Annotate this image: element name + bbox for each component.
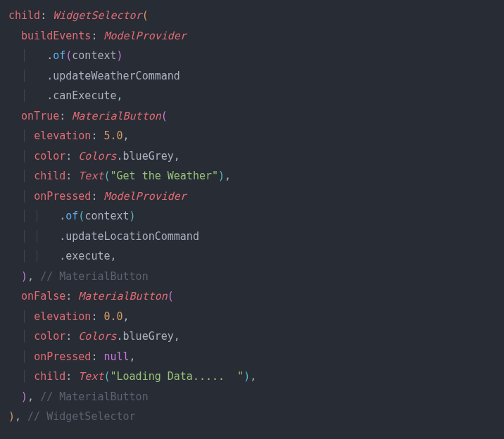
- type-name: ModelProvider: [103, 30, 186, 42]
- identifier: canExecute: [53, 89, 116, 102]
- type-name: Text: [78, 370, 103, 383]
- code-line: │ elevation: 0.0,: [8, 307, 496, 327]
- identifier: updateLocationCommand: [65, 230, 199, 243]
- code-line: │ child: Text("Loading Data..... "),: [8, 367, 496, 387]
- property-name: elevation: [34, 129, 91, 142]
- code-line: │ .updateWeatherCommand: [8, 66, 496, 87]
- property-name: elevation: [34, 310, 91, 323]
- comment: // MaterialButton: [40, 270, 149, 283]
- code-line: ), // MaterialButton: [8, 267, 496, 287]
- string-literal: "Get the Weather": [111, 170, 219, 182]
- code-line: │ color: Colors.blueGrey,: [8, 326, 496, 347]
- code-line: │ │ .updateLocationCommand: [8, 227, 496, 247]
- property-name: onFalse: [21, 290, 65, 303]
- type-name: Text: [78, 170, 103, 182]
- code-line: │ elevation: 5.0,: [8, 126, 496, 146]
- type-name: MaterialButton: [72, 110, 160, 122]
- number-literal: 5.0: [103, 129, 122, 142]
- code-line: onFalse: MaterialButton(: [8, 286, 496, 307]
- identifier: blueGrey: [123, 330, 174, 343]
- property-name: onPressed: [34, 350, 91, 363]
- code-line: │ onPressed: ModelProvider: [8, 186, 496, 207]
- code-editor[interactable]: child: WidgetSelector( buildEvents: Mode…: [8, 6, 496, 427]
- property-name: buildEvents: [21, 30, 91, 42]
- code-line: buildEvents: ModelProvider: [8, 26, 496, 46]
- property-name: child: [34, 170, 65, 182]
- type-name: MaterialButton: [78, 290, 167, 303]
- comment: // MaterialButton: [40, 390, 149, 403]
- code-line: │ │ .execute,: [8, 246, 496, 267]
- string-literal: "Loading Data..... ": [111, 370, 244, 383]
- code-line: │ onPressed: null,: [8, 347, 496, 367]
- keyword: null: [103, 350, 129, 363]
- property-name: onPressed: [34, 190, 91, 203]
- property-name: onTrue: [21, 110, 59, 122]
- property-name: color: [34, 330, 65, 343]
- code-line: child: WidgetSelector(: [8, 6, 496, 26]
- property-name: color: [34, 150, 65, 163]
- code-line: │ color: Colors.blueGrey,: [8, 146, 496, 167]
- number-literal: 0.0: [103, 310, 122, 323]
- code-line: ), // MaterialButton: [8, 387, 496, 407]
- code-line: onTrue: MaterialButton(: [8, 106, 496, 127]
- property-name: child: [8, 9, 40, 22]
- method-name: of: [53, 49, 65, 62]
- type-name: Colors: [78, 150, 116, 163]
- code-line: │ child: Text("Get the Weather"),: [8, 166, 496, 186]
- type-name: ModelProvider: [103, 190, 186, 203]
- comment: // WidgetSelector: [27, 410, 136, 423]
- identifier: context: [72, 49, 116, 62]
- code-line: ), // WidgetSelector: [8, 407, 496, 427]
- property-name: child: [34, 370, 65, 383]
- identifier: updateWeatherCommand: [53, 70, 180, 82]
- type-name: Colors: [78, 330, 116, 343]
- identifier: blueGrey: [123, 150, 174, 163]
- code-line: │ .canExecute,: [8, 86, 496, 106]
- type-name: WidgetSelector: [53, 9, 141, 22]
- identifier: execute: [65, 250, 110, 262]
- code-line: │ .of(context): [8, 46, 496, 66]
- code-line: │ │ .of(context): [8, 206, 496, 227]
- method-name: of: [65, 210, 78, 222]
- identifier: context: [84, 210, 129, 222]
